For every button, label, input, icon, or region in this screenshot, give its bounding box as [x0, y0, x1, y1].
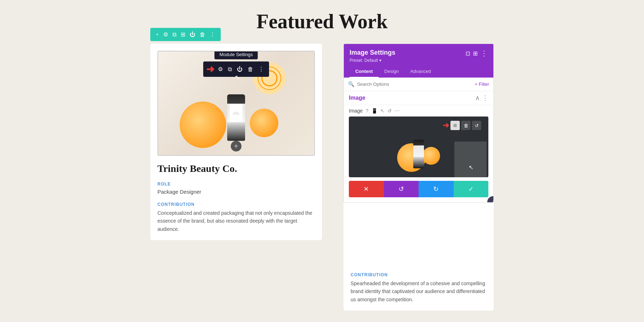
add-section-icon[interactable]: +: [154, 30, 161, 39]
card-image-wrapper: D·I·V·I prime beauty Module Settings ➜ ⚙…: [157, 51, 315, 156]
power-icon[interactable]: ⏻: [188, 30, 197, 39]
panel-header-left: Image Settings Preset: Default ▾: [350, 49, 395, 63]
role-label: ROLE: [157, 182, 315, 187]
cursor-icon: ↖: [235, 74, 240, 81]
tab-advanced[interactable]: Advanced: [405, 66, 437, 78]
contribution-label-left: CONTRIBUTION: [157, 202, 315, 207]
trash-icon[interactable]: 🗑: [198, 30, 207, 39]
page-title: Featured Work: [0, 0, 644, 44]
tab-content[interactable]: Content: [350, 66, 379, 78]
image-toolbar-row: Image ? 📱 ↖ ↺ ⋯: [344, 105, 493, 117]
more-tools-icon[interactable]: ⋯: [395, 108, 400, 114]
search-options-input[interactable]: [357, 81, 472, 87]
panel-tabs: Content Design Advanced: [344, 66, 493, 78]
preview-reset-btn[interactable]: ↺: [472, 121, 481, 130]
panel-header: Image Settings Preset: Default ▾ ⊡ ⊞ ⋮: [344, 44, 493, 66]
preview-trash-btn[interactable]: 🗑: [461, 121, 470, 130]
image-label: Image: [349, 108, 363, 114]
cancel-button[interactable]: ✕: [349, 181, 384, 197]
settings-icon[interactable]: ⚙: [161, 30, 170, 39]
duplicate-icon[interactable]: ⧉: [171, 30, 178, 39]
phone-icon[interactable]: 📱: [371, 108, 377, 114]
panel-title: Image Settings: [350, 49, 395, 56]
panel-header-icons: ⊡ ⊞ ⋮: [465, 49, 488, 58]
tab-design[interactable]: Design: [379, 66, 404, 78]
more-options-icon[interactable]: ⋮: [208, 30, 217, 39]
left-section: + ⚙ ⧉ ⊞ ⏻ 🗑 ⋮: [150, 44, 322, 311]
image-section-header: Image ∧ ⋮: [344, 91, 493, 105]
preview-toolbar: ➜ ⊞ 🗑 ↺: [443, 121, 481, 130]
module-gear-icon[interactable]: ⚙: [216, 65, 225, 73]
filter-button[interactable]: + Filter: [475, 81, 489, 87]
fullscreen-icon[interactable]: ⊡: [465, 50, 470, 57]
module-tooltip: Module Settings: [214, 51, 258, 59]
collapse-icon[interactable]: ∧: [475, 94, 480, 102]
product-bottle: D·I·V·I prime beauty: [227, 94, 245, 141]
contribution-label-right: CONTRIBUTION: [351, 272, 487, 277]
arrow-indicator: ➜: [206, 63, 214, 75]
preview-arrow-indicator: ➜: [443, 121, 449, 130]
panel-split-icon[interactable]: ⊞: [473, 50, 478, 57]
search-icon: 🔍: [348, 81, 354, 87]
resize-handle[interactable]: ↗: [487, 196, 494, 203]
image-preview-area: ➜ ⊞ 🗑 ↺ ↖: [349, 117, 488, 177]
left-card: D·I·V·I prime beauty Module Settings ➜ ⚙…: [150, 44, 322, 240]
contribution-text-right: Spearheaded the development of a cohesiv…: [351, 279, 487, 303]
section-more-icon[interactable]: ⋮: [482, 94, 488, 102]
panel-preset[interactable]: Preset: Default ▾: [350, 58, 395, 63]
card-title: Trinity Beauty Co.: [157, 163, 315, 174]
preview-bg: [454, 142, 487, 177]
redo-button[interactable]: ↻: [419, 181, 454, 197]
undo-button[interactable]: ↺: [384, 181, 419, 197]
preview-bottle: [413, 140, 424, 168]
module-power-icon[interactable]: ⏻: [235, 65, 245, 73]
section-toolbar[interactable]: + ⚙ ⧉ ⊞ ⏻ 🗑 ⋮: [150, 28, 221, 41]
preview-upload-btn[interactable]: ⊞: [450, 121, 460, 130]
image-settings-panel: Image Settings Preset: Default ▾ ⊡ ⊞ ⋮ C…: [343, 44, 494, 203]
add-content-button[interactable]: +: [231, 141, 241, 152]
panel-action-buttons: ✕ ↺ ↻ ✓: [349, 181, 488, 197]
save-button[interactable]: ✓: [454, 181, 489, 197]
grid-icon[interactable]: ⊞: [179, 30, 187, 39]
image-section-icons: ∧ ⋮: [475, 94, 488, 102]
image-section-title: Image: [349, 95, 365, 101]
right-section: Image Settings Preset: Default ▾ ⊡ ⊞ ⋮ C…: [343, 44, 494, 311]
product-label: D·I·V·I prime beauty: [230, 104, 243, 122]
preview-product: [397, 122, 440, 172]
preview-orange-small: [422, 147, 440, 165]
rotate-icon[interactable]: ↺: [387, 108, 392, 114]
search-row: 🔍 + Filter: [344, 78, 493, 91]
right-card-content: CONTRIBUTION Spearheaded the development…: [343, 265, 494, 311]
panel-more-icon[interactable]: ⋮: [480, 49, 488, 58]
role-value: Package Designer: [157, 189, 315, 195]
help-icon[interactable]: ?: [366, 108, 369, 114]
orange-small: [250, 109, 278, 137]
orange-large: [180, 101, 226, 148]
module-duplicate-icon[interactable]: ⧉: [226, 65, 234, 73]
main-content: + ⚙ ⧉ ⊞ ⏻ 🗑 ⋮: [0, 44, 644, 311]
preview-cursor-icon: ↖: [469, 164, 473, 171]
module-more-icon[interactable]: ⋮: [256, 65, 266, 73]
contribution-text-left: Conceptualized and created packaging tha…: [157, 209, 315, 233]
module-trash-icon[interactable]: 🗑: [245, 65, 255, 73]
arrow-icon[interactable]: ↖: [380, 108, 385, 114]
